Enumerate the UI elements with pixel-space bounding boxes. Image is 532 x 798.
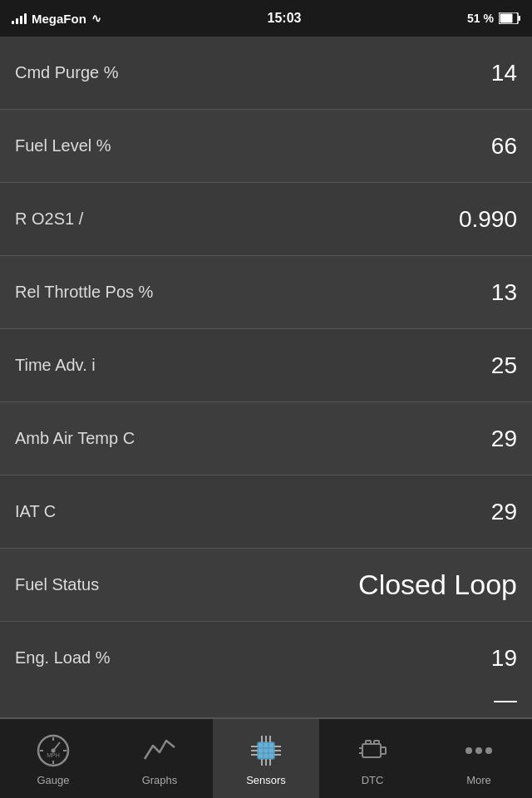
battery-percent: 51 %	[467, 12, 494, 25]
carrier-name: MegaFon	[32, 12, 86, 26]
svg-rect-11	[258, 742, 274, 759]
sensor-row-6: IAT C29	[0, 475, 532, 549]
sensor-row-3: Rel Throttle Pos %13	[0, 256, 532, 329]
sensor-row-7: Fuel StatusClosed Loop	[0, 549, 532, 622]
sensor-label-0: Cmd Purge %	[15, 63, 119, 82]
svg-point-36	[485, 747, 492, 754]
more-icon	[460, 732, 498, 770]
gauge-icon: MPH	[34, 732, 72, 770]
graphs-icon	[140, 732, 179, 770]
wifi-icon: ∿	[91, 12, 101, 25]
partial-row: —	[0, 682, 532, 718]
sensor-value-5: 29	[491, 426, 517, 452]
svg-rect-28	[362, 744, 381, 757]
sensor-row-0: Cmd Purge %14	[0, 37, 532, 110]
status-left: MegaFon ∿	[12, 12, 101, 26]
tab-sensors-label: Sensors	[246, 774, 286, 786]
sensor-label-2: R O2S1 /	[15, 209, 83, 229]
sensor-list: Cmd Purge %14Fuel Level %66R O2S1 /0.990…	[0, 37, 532, 695]
sensor-row-2: R O2S1 /0.990	[0, 183, 532, 256]
sensor-value-8: 19	[491, 645, 517, 672]
svg-rect-29	[381, 747, 386, 754]
status-right: 51 %	[467, 12, 520, 25]
status-bar: MegaFon ∿ 15:03 51 %	[0, 0, 532, 37]
sensor-label-6: IAT C	[15, 502, 56, 521]
tab-graphs-label: Graphs	[142, 774, 178, 786]
sensor-value-3: 13	[491, 279, 517, 306]
tab-gauge[interactable]: MPH Gauge	[0, 719, 106, 798]
svg-point-35	[475, 747, 482, 754]
sensor-label-4: Time Adv. i	[15, 356, 96, 375]
tab-bar: MPH Gauge Graphs	[0, 718, 532, 798]
svg-line-9	[53, 742, 60, 751]
svg-text:MPH: MPH	[47, 752, 60, 758]
tab-dtc-label: DTC	[362, 774, 384, 786]
sensor-value-2: 0.990	[459, 206, 517, 233]
sensor-value-7: Closed Loop	[358, 569, 517, 601]
sensor-row-4: Time Adv. i25	[0, 329, 532, 402]
tab-more[interactable]: More	[426, 719, 532, 798]
battery-icon	[499, 12, 520, 24]
tab-graphs[interactable]: Graphs	[106, 719, 213, 798]
tab-gauge-label: Gauge	[37, 774, 69, 786]
tab-sensors[interactable]: Sensors	[213, 719, 319, 798]
tab-more-label: More	[466, 774, 491, 786]
sensor-label-1: Fuel Level %	[15, 136, 111, 155]
status-time: 15:03	[268, 11, 302, 26]
signal-icon	[12, 12, 27, 24]
svg-point-34	[466, 747, 472, 754]
sensor-row-1: Fuel Level %66	[0, 110, 532, 183]
sensor-label-8: Eng. Load %	[15, 648, 111, 667]
svg-rect-2	[519, 16, 521, 21]
svg-rect-33	[374, 741, 379, 744]
sensor-label-5: Amb Air Temp C	[15, 429, 135, 448]
sensor-label-3: Rel Throttle Pos %	[15, 283, 153, 302]
sensor-value-0: 14	[491, 60, 517, 86]
svg-rect-32	[366, 741, 371, 744]
sensors-icon	[247, 732, 285, 770]
tab-dtc[interactable]: DTC	[319, 719, 426, 798]
sensor-row-5: Amb Air Temp C29	[0, 402, 532, 475]
sensor-value-1: 66	[491, 133, 517, 160]
sensor-label-7: Fuel Status	[15, 575, 99, 594]
sensor-value-4: 25	[491, 352, 517, 379]
svg-rect-1	[500, 14, 513, 23]
sensor-value-6: 29	[491, 499, 517, 525]
dtc-icon	[353, 732, 392, 770]
